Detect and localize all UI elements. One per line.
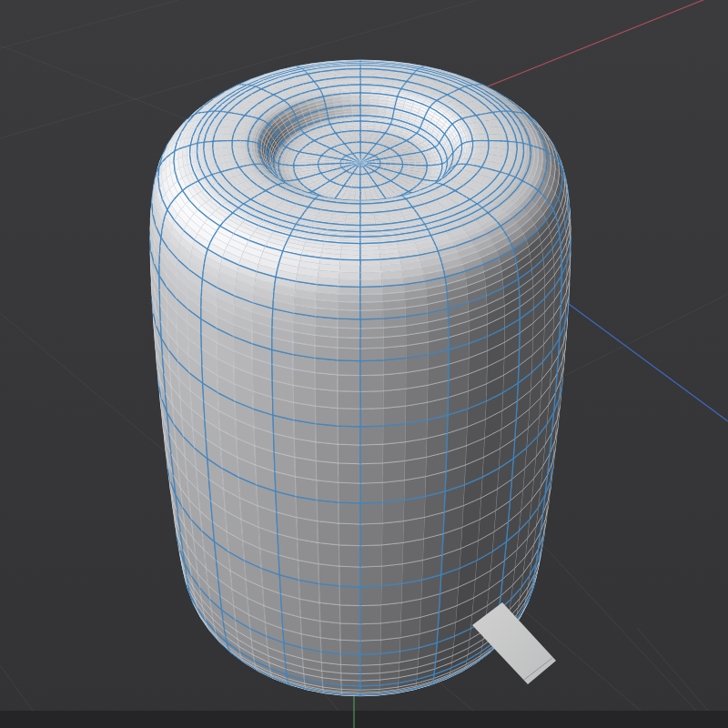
floor-grid — [0, 0, 728, 711]
viewport — [0, 0, 728, 728]
status-bar — [0, 711, 728, 728]
